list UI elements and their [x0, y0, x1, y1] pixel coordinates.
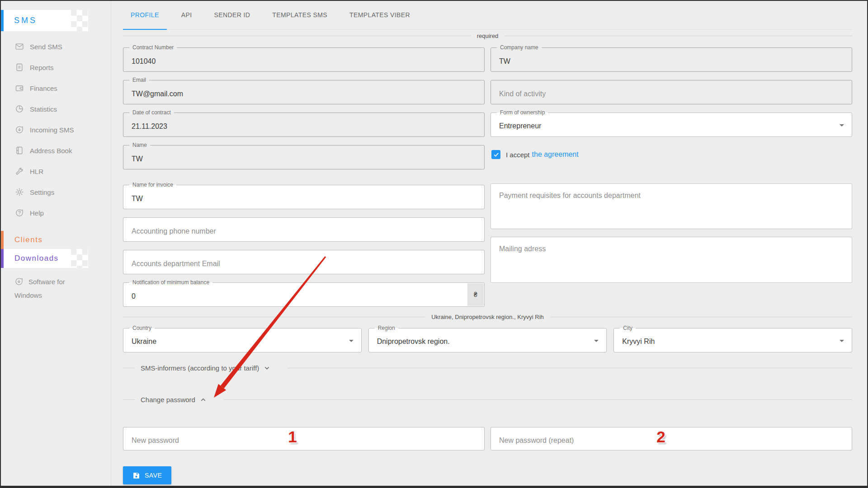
accounting-phone-input[interactable]: [123, 218, 484, 241]
form-of-ownership-select[interactable]: Form of ownership Entrepreneur: [491, 113, 852, 137]
new-password-field[interactable]: [123, 427, 485, 450]
city-label: City: [620, 325, 636, 332]
sidebar-item-address-book[interactable]: Address Book: [1, 140, 111, 161]
sidebar-item-help[interactable]: Help: [1, 202, 111, 223]
sms-informers-expand-toggle[interactable]: [264, 365, 270, 371]
name-input[interactable]: [123, 145, 484, 169]
new-password-repeat-input[interactable]: [491, 427, 852, 450]
divider-line: [123, 317, 425, 317]
kind-of-activity-field[interactable]: [491, 80, 852, 104]
company-name-field[interactable]: Company name: [491, 47, 852, 72]
download-bubble-icon: [14, 277, 24, 286]
agreement-text: I accept: [506, 151, 530, 159]
book-icon: [15, 146, 24, 155]
dropdown-arrow-icon: [594, 340, 599, 342]
sidebar-item-label: Help: [30, 209, 44, 217]
sidebar-item-statistics[interactable]: Statistics: [1, 99, 111, 119]
agreement-row: I accept the agreement: [491, 150, 852, 160]
sms-informers-label: SMS-informers (according to your tariff): [141, 364, 259, 372]
form-right-column: Company name Form of ownership Entrepren…: [491, 47, 852, 307]
region-select[interactable]: Region Dnipropetrovsk region.: [368, 328, 607, 352]
city-value: Kryvyi Rih: [614, 328, 852, 352]
report-document-icon: [15, 63, 24, 72]
region-value: Dnipropetrovsk region.: [369, 328, 607, 352]
clients-accent-bar: [1, 231, 4, 249]
accounts-email-field[interactable]: [123, 250, 485, 274]
sidebar-item-label: Settings: [30, 188, 54, 196]
new-password-input[interactable]: [123, 427, 484, 450]
accounting-phone-field[interactable]: [123, 217, 485, 242]
contract-number-input[interactable]: [123, 48, 484, 71]
accounts-email-input[interactable]: [123, 250, 484, 274]
tab-sender-id[interactable]: SENDER ID: [206, 1, 258, 30]
agreement-checkbox[interactable]: [491, 150, 500, 159]
kind-of-activity-input[interactable]: [491, 80, 852, 104]
location-legend-row: Ukraine, Dnipropetrovsk region., Kryvyi …: [123, 314, 852, 320]
gear-icon: [15, 188, 24, 197]
brand-label: SMS: [14, 10, 37, 31]
email-field[interactable]: Email: [123, 80, 485, 104]
min-balance-input[interactable]: [123, 283, 484, 306]
form-left-column: Contract Number Email Date of contract N…: [123, 47, 485, 307]
sidebar-nav: Send SMS Reports Finances Statistics: [1, 36, 111, 223]
clients-label: Clients: [14, 235, 42, 244]
tab-profile[interactable]: PROFILE: [123, 1, 167, 30]
save-button-label: SAVE: [145, 472, 162, 479]
name-field[interactable]: Name: [123, 145, 485, 169]
main-content: PROFILE API SENDER ID TEMPLATES SMS TEMP…: [112, 1, 867, 486]
min-balance-field[interactable]: Notification of minimum balance ₴: [123, 282, 485, 307]
dropdown-arrow-icon: [349, 340, 354, 342]
divider-line: [505, 36, 852, 36]
sidebar-item-software-for-windows[interactable]: Software for Windows: [1, 268, 72, 302]
change-password-label: Change password: [141, 396, 195, 404]
sidebar-item-hlr[interactable]: HLR: [1, 161, 111, 182]
contract-number-field[interactable]: Contract Number: [123, 47, 485, 72]
floppy-disk-icon: [132, 472, 140, 479]
downloads-label: Downloads: [14, 254, 59, 263]
sidebar-section-clients[interactable]: Clients: [1, 231, 111, 249]
name-for-invoice-field[interactable]: Name for invoice: [123, 185, 485, 209]
wrench-icon: [15, 167, 24, 176]
sidebar-item-send-sms[interactable]: Send SMS: [1, 36, 111, 57]
chevron-up-icon: [200, 396, 207, 403]
required-legend: required: [477, 33, 499, 39]
payment-requisites-textarea[interactable]: [491, 184, 852, 229]
new-password-repeat-field[interactable]: [491, 427, 852, 450]
sidebar-item-reports[interactable]: Reports: [1, 57, 111, 78]
name-for-invoice-input[interactable]: [123, 185, 484, 209]
date-of-contract-field[interactable]: Date of contract: [123, 113, 485, 137]
tab-api[interactable]: API: [174, 1, 200, 30]
mailing-address-field[interactable]: [491, 237, 852, 283]
country-select[interactable]: Country Ukraine: [123, 328, 362, 352]
date-of-contract-input[interactable]: [123, 113, 484, 136]
country-value: Ukraine: [123, 328, 361, 352]
sidebar-item-label: Statistics: [30, 105, 57, 113]
date-of-contract-label: Date of contract: [129, 109, 174, 116]
annotation-step-1: 1: [288, 428, 297, 446]
save-button[interactable]: SAVE: [123, 466, 171, 484]
mailing-address-textarea[interactable]: [491, 237, 852, 282]
city-select[interactable]: City Kryvyi Rih: [613, 328, 852, 352]
divider-line: [123, 399, 135, 400]
divider-line: [123, 368, 135, 368]
sidebar-brand-sms[interactable]: SMS: [1, 10, 111, 31]
divider-line: [224, 399, 852, 400]
name-label: Name: [129, 142, 150, 149]
tab-templates-sms[interactable]: TEMPLATES SMS: [264, 1, 335, 30]
form-of-ownership-value: Entrepreneur: [491, 113, 852, 136]
sidebar-item-finances[interactable]: Finances: [1, 78, 111, 99]
location-legend: Ukraine, Dnipropetrovsk region., Kryvyi …: [431, 314, 544, 320]
pie-chart-icon: [15, 104, 24, 113]
sidebar-item-incoming-sms[interactable]: Incoming SMS: [1, 119, 111, 140]
agreement-link[interactable]: the agreement: [532, 150, 579, 159]
sidebar-item-settings[interactable]: Settings: [1, 182, 111, 202]
app-window: SMS Send SMS Reports Finances: [0, 0, 868, 488]
form-of-ownership-label: Form of ownership: [497, 109, 548, 116]
tab-templates-viber[interactable]: TEMPLATES VIBER: [342, 1, 418, 30]
sidebar-section-downloads[interactable]: Downloads: [1, 249, 111, 268]
name-for-invoice-label: Name for invoice: [129, 182, 176, 188]
change-password-collapse-toggle[interactable]: [200, 396, 207, 403]
payment-requisites-field[interactable]: [491, 183, 852, 229]
company-name-input[interactable]: [491, 48, 852, 71]
email-input[interactable]: [123, 80, 484, 104]
